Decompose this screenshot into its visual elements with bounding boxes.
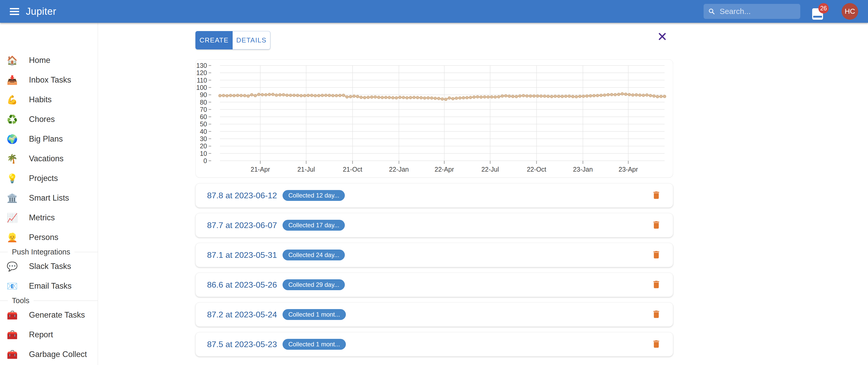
sidebar-item-inbox-tasks[interactable]: 📥Inbox Tasks (0, 70, 98, 90)
sidebar-section-header: Push Integrations (0, 247, 98, 256)
avatar[interactable]: HC (842, 3, 858, 20)
metric-entry-row: 87.5 at 2023-05-23Collected 1 mont... (195, 332, 673, 357)
svg-text:120: 120 (196, 69, 207, 76)
speech-balloon-icon: 💬 (7, 261, 29, 272)
entry-value-text[interactable]: 87.5 at 2023-05-23 (207, 340, 277, 349)
toolbox-icon: 🧰 (7, 310, 29, 320)
sidebar-item-slack-tasks[interactable]: 💬Slack Tasks (0, 256, 98, 276)
app-title: Jupiter (26, 6, 56, 17)
sidebar-item-label: Home (29, 56, 51, 65)
palm-tree-icon: 🌴 (7, 153, 29, 164)
email-icon: 📧 (7, 281, 29, 291)
svg-text:22-Apr: 22-Apr (435, 166, 454, 173)
metric-entry-row: 86.6 at 2023-05-26Collected 29 day... (195, 273, 673, 297)
collection-period-badge: Collected 1 mont... (282, 309, 346, 320)
sidebar-item-label: Persons (29, 233, 58, 242)
inbox-document-button[interactable]: 26 (812, 0, 834, 23)
sidebar-item-label: Inbox Tasks (29, 75, 71, 85)
trash-icon (651, 249, 661, 260)
svg-text:90: 90 (200, 91, 207, 99)
delete-entry-button[interactable] (651, 309, 661, 320)
collection-period-badge: Collected 12 day... (282, 190, 345, 201)
svg-text:130: 130 (196, 62, 207, 69)
svg-text:22-Jan: 22-Jan (389, 166, 409, 173)
sidebar: 🏠Home📥Inbox Tasks💪Habits♻️Chores🌍Big Pla… (0, 23, 98, 365)
collection-period-badge: Collected 17 day... (282, 220, 345, 231)
sidebar-item-vacations[interactable]: 🌴Vacations (0, 149, 98, 169)
metric-entry-row: 87.8 at 2023-06-12Collected 12 day... (195, 183, 673, 207)
main-content: CREATE DETAILS 0102030405060708090100110… (98, 23, 868, 365)
svg-text:20: 20 (200, 142, 207, 150)
collection-period-badge: Collected 1 mont... (282, 339, 346, 350)
hamburger-menu-icon[interactable] (10, 8, 19, 15)
sidebar-item-metrics[interactable]: 📈Metrics (0, 208, 98, 228)
delete-entry-button[interactable] (651, 279, 661, 290)
sidebar-item-chores[interactable]: ♻️Chores (0, 110, 98, 129)
svg-text:21-Oct: 21-Oct (343, 166, 362, 173)
bank-icon: 🏛️ (7, 193, 29, 203)
sidebar-item-projects[interactable]: 💡Projects (0, 169, 98, 188)
entry-value-text[interactable]: 87.7 at 2023-06-07 (207, 221, 277, 230)
sidebar-item-label: Habits (29, 95, 52, 104)
trash-icon (651, 279, 661, 290)
entries-list: 87.8 at 2023-06-12Collected 12 day...87.… (195, 183, 673, 362)
svg-text:80: 80 (200, 99, 207, 106)
metric-history-chart-panel: 010203040506070809010011012013021-Apr21-… (195, 59, 673, 177)
recycle-icon: ♻️ (7, 114, 29, 124)
sidebar-item-habits[interactable]: 💪Habits (0, 90, 98, 110)
sidebar-item-email-tasks[interactable]: 📧Email Tasks (0, 276, 98, 296)
svg-text:110: 110 (197, 77, 207, 84)
entry-value-text[interactable]: 87.1 at 2023-05-31 (207, 250, 277, 260)
sidebar-item-label: Report (29, 330, 53, 339)
entry-value-text[interactable]: 86.6 at 2023-05-26 (207, 280, 277, 290)
toolbox-icon: 🧰 (7, 349, 29, 360)
svg-text:22-Oct: 22-Oct (527, 166, 546, 173)
metric-chart: 010203040506070809010011012013021-Apr21-… (196, 59, 673, 177)
sidebar-item-big-plans[interactable]: 🌍Big Plans (0, 129, 98, 149)
svg-text:22-Jul: 22-Jul (481, 166, 499, 173)
sidebar-item-label: Garbage Collect (29, 350, 87, 359)
trash-icon (651, 339, 661, 349)
sidebar-section-label: Tools (12, 297, 29, 305)
entry-value-text[interactable]: 87.8 at 2023-06-12 (207, 191, 277, 200)
sidebar-item-report[interactable]: 🧰Report (0, 325, 98, 344)
sidebar-item-label: Chores (29, 115, 55, 124)
sidebar-item-label: Big Plans (29, 134, 63, 144)
details-button[interactable]: DETAILS (232, 31, 270, 50)
svg-text:100: 100 (196, 84, 207, 91)
delete-entry-button[interactable] (651, 249, 661, 261)
sidebar-item-label: Smart Lists (29, 193, 69, 203)
inbox-icon: 📥 (7, 75, 29, 85)
trash-icon (651, 190, 661, 201)
sidebar-item-smart-lists[interactable]: 🏛️Smart Lists (0, 188, 98, 208)
close-button[interactable] (658, 32, 666, 41)
svg-text:50: 50 (200, 120, 207, 128)
search-box[interactable] (704, 4, 800, 19)
sidebar-item-persons[interactable]: 👱Persons (0, 228, 98, 247)
sidebar-section-header: Tools (0, 296, 98, 305)
sidebar-item-home[interactable]: 🏠Home (0, 51, 98, 70)
globe-icon: 🌍 (7, 134, 29, 144)
sidebar-item-garbage-collect[interactable]: 🧰Garbage Collect (0, 344, 98, 364)
delete-entry-button[interactable] (651, 190, 661, 201)
sidebar-item-label: Email Tasks (29, 281, 71, 291)
entry-value-text[interactable]: 87.2 at 2023-05-24 (207, 310, 277, 319)
delete-entry-button[interactable] (651, 339, 661, 350)
delete-entry-button[interactable] (651, 220, 661, 231)
collection-period-badge: Collected 29 day... (282, 279, 345, 290)
sidebar-item-generate-tasks[interactable]: 🧰Generate Tasks (0, 305, 98, 325)
svg-text:23-Apr: 23-Apr (619, 166, 638, 173)
create-button[interactable]: CREATE (195, 31, 232, 50)
svg-text:70: 70 (200, 106, 207, 113)
sidebar-item-label: Slack Tasks (29, 262, 71, 271)
metric-entry-row: 87.2 at 2023-05-24Collected 1 mont... (195, 302, 673, 327)
search-input[interactable] (719, 7, 796, 16)
sidebar-item-label: Generate Tasks (29, 310, 85, 320)
svg-text:21-Apr: 21-Apr (250, 166, 270, 173)
muscle-icon: 💪 (7, 94, 29, 105)
metric-entry-row: 87.1 at 2023-05-31Collected 24 day... (195, 243, 673, 267)
toolbox-icon: 🧰 (7, 330, 29, 340)
sidebar-item-label: Vacations (29, 154, 64, 163)
svg-text:21-Jul: 21-Jul (297, 166, 315, 173)
app-header: Jupiter 26 HC (0, 0, 868, 23)
